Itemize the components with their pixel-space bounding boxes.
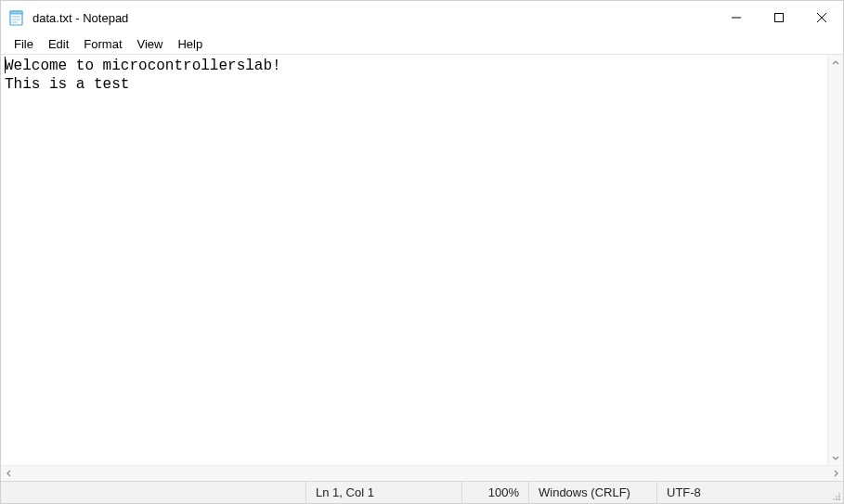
svg-point-14 [838,493,840,495]
titlebar: data.txt - Notepad [1,1,843,34]
status-blank [1,482,305,503]
scroll-up-icon[interactable] [828,55,843,71]
svg-point-10 [836,498,838,500]
scroll-left-icon[interactable] [1,466,17,481]
resize-grip-icon[interactable] [826,482,843,503]
scroll-right-icon[interactable] [827,466,843,481]
window-title: data.txt - Notepad [32,11,128,25]
close-button[interactable] [800,1,843,34]
svg-rect-1 [10,11,22,14]
svg-point-13 [836,496,838,498]
scroll-down-icon[interactable] [828,449,843,465]
status-line-ending: Windows (CRLF) [528,482,656,503]
menubar: File Edit Format View Help [1,34,843,55]
svg-point-11 [838,496,840,498]
status-position: Ln 1, Col 1 [305,482,461,503]
scroll-track[interactable] [17,466,827,481]
minimize-button[interactable] [715,1,758,34]
vertical-scrollbar[interactable] [827,55,843,465]
svg-point-12 [833,498,835,500]
statusbar: Ln 1, Col 1 100% Windows (CRLF) UTF-8 [1,481,843,503]
status-zoom[interactable]: 100% [461,482,528,503]
horizontal-scrollbar[interactable] [1,465,843,481]
notepad-icon [8,9,25,26]
menu-view[interactable]: View [130,35,171,53]
menu-file[interactable]: File [6,35,41,53]
menu-format[interactable]: Format [76,35,129,53]
editor-area [1,55,843,465]
text-caret [5,57,6,73]
window-controls [715,1,843,34]
text-editor[interactable] [1,55,827,465]
menu-edit[interactable]: Edit [41,35,76,53]
svg-point-9 [838,498,840,500]
maximize-button[interactable] [758,1,800,34]
status-encoding: UTF-8 [656,482,826,503]
menu-help[interactable]: Help [170,35,210,53]
svg-rect-6 [775,14,784,22]
